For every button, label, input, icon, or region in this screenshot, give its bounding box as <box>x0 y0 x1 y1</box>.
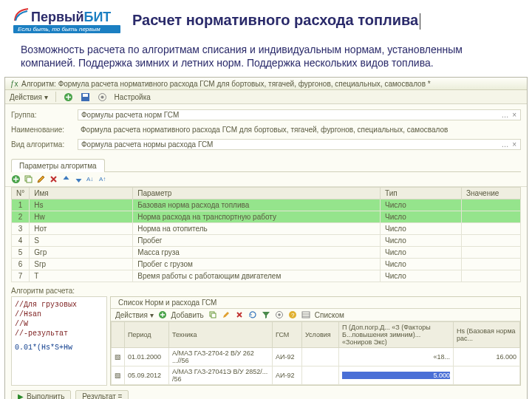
table-row[interactable]: 3HотНорма на отопительЧисло <box>12 223 521 235</box>
code-editor[interactable]: //Для грузовых //Нsan //W //-результат 0… <box>11 296 107 386</box>
row-expand-icon[interactable]: ▧ <box>115 353 121 361</box>
row-expand-icon[interactable]: ▧ <box>115 372 121 379</box>
svg-text:A↓: A↓ <box>86 176 93 183</box>
run-button[interactable]: ▶Выполнить <box>11 390 71 399</box>
edit-row-icon[interactable] <box>36 174 46 184</box>
list-add-button[interactable]: Добавить <box>171 311 204 319</box>
sort-az-icon[interactable]: A↓ <box>86 174 96 184</box>
table-row[interactable]: 2HwНорма расхода на транспортную работуЧ… <box>12 211 521 223</box>
move-up-icon[interactable] <box>61 174 71 184</box>
content-tabs: Параметры алгоритма <box>11 158 521 172</box>
list-refresh-icon[interactable] <box>248 310 257 319</box>
list-mode-icon[interactable] <box>301 310 310 319</box>
col-type[interactable]: Тип <box>381 188 462 200</box>
list-copy-icon[interactable] <box>208 310 217 319</box>
brand-logo: ПервыйБИТ Если быть, то быть первым <box>13 7 120 33</box>
svg-point-5 <box>100 95 103 98</box>
col-extra[interactable]: П (Доп.погр.Д... «З (Факторы Б...повышен… <box>339 322 454 348</box>
list-mode-button[interactable]: Списком <box>315 311 344 319</box>
svg-rect-8 <box>27 177 32 183</box>
logo-swoosh-icon <box>13 7 30 24</box>
table-row[interactable]: 6SгрПробег с грузомЧисло <box>12 259 521 270</box>
list-actions-menu[interactable]: Действия ▾ <box>115 311 154 319</box>
col-param[interactable]: Параметр <box>133 188 381 200</box>
params-toolbar: A↓ A↑ <box>5 172 527 187</box>
actions-menu[interactable]: Действия ▾ <box>10 93 48 101</box>
svg-text:A↑: A↑ <box>99 176 106 183</box>
params-table: N° Имя Параметр Тип Значение 1HsБазовая … <box>11 187 521 282</box>
save-icon[interactable] <box>81 92 90 102</box>
sort-za-icon[interactable]: A↑ <box>99 174 109 184</box>
list-edit-icon[interactable] <box>222 310 231 319</box>
page-title: Расчет нормативного расхода топлива <box>120 12 420 30</box>
settings-button[interactable]: Настройка <box>115 93 151 101</box>
kind-label: Вид алгоритма: <box>11 140 78 149</box>
svg-text:ƒx: ƒx <box>10 80 18 88</box>
name-label: Наименование: <box>11 126 78 134</box>
add-icon[interactable] <box>64 92 73 102</box>
algorithm-window: ƒx Алгоритм: Формула расчета нормативног… <box>4 77 528 399</box>
page-subtitle: Возможность расчета по алгоритмам списан… <box>0 36 532 77</box>
norms-row[interactable]: ▧ 01.01.2000А/МАЗ ГАЗ-2704-2 В/У 262 ...… <box>112 348 520 366</box>
col-period[interactable]: Период <box>125 322 169 348</box>
function-icon: ƒx <box>10 79 18 88</box>
list-filter-icon[interactable] <box>262 310 270 319</box>
list-settings-icon[interactable] <box>275 310 284 319</box>
add-row-icon[interactable] <box>11 174 21 184</box>
table-row[interactable]: 4SПробегЧисло <box>12 235 521 247</box>
svg-text:?: ? <box>291 312 295 318</box>
tab-parameters[interactable]: Параметры алгоритма <box>11 159 105 172</box>
norms-table: Период Техника ГСМ Условия П (Доп.погр.Д… <box>111 321 520 385</box>
col-value[interactable]: Значение <box>462 188 521 200</box>
window-toolbar: Действия ▾ Настройка <box>5 90 527 104</box>
norms-row[interactable]: ▧ 05.09.2012А/МАЗ ГАЗ-27041Э В/У 2852/..… <box>112 366 520 385</box>
svg-point-18 <box>278 313 281 316</box>
list-help-icon[interactable]: ? <box>288 310 297 319</box>
group-label: Группа: <box>11 111 78 119</box>
table-row[interactable]: 1HsБазовая норма расхода топливаЧисло <box>12 200 521 211</box>
norms-list-panel: Список Норм и расхода ГСМ Действия ▾ Доб… <box>110 296 521 386</box>
table-row[interactable]: 7TВремя работы с работающим двигателемЧи… <box>12 270 521 282</box>
group-field[interactable]: Формулы расчета норм ГСМ… × <box>78 109 521 120</box>
svg-rect-3 <box>83 94 88 97</box>
brand-text-a: Первый <box>31 10 83 24</box>
move-down-icon[interactable] <box>74 174 83 184</box>
col-cond[interactable]: Условия <box>302 322 339 348</box>
window-caption: Алгоритм: Формула расчета нормативного р… <box>21 80 431 88</box>
col-name[interactable]: Имя <box>30 188 133 200</box>
table-row[interactable]: 5GгрМасса грузаЧисло <box>12 247 521 259</box>
norms-list-caption: Список Норм и расхода ГСМ <box>118 299 216 307</box>
brand-tagline: Если быть, то быть первым <box>13 25 120 33</box>
delete-row-icon[interactable] <box>49 174 58 184</box>
result-tab[interactable]: Результат = <box>75 390 129 399</box>
col-hs[interactable]: Hs (Базовая норма рас... <box>454 322 520 348</box>
window-titlebar: ƒx Алгоритм: Формула расчета нормативног… <box>5 78 527 90</box>
copy-row-icon[interactable] <box>24 174 33 184</box>
algorithm-label: Алгоритм расчета: <box>5 282 527 296</box>
settings-gear-icon[interactable] <box>98 92 107 102</box>
kind-field[interactable]: Формула расчета нормы расхода ГСМ… × <box>78 139 521 150</box>
col-tech[interactable]: Техника <box>169 322 273 348</box>
svg-rect-16 <box>211 313 216 318</box>
svg-rect-21 <box>302 312 310 318</box>
list-delete-icon[interactable] <box>235 310 244 319</box>
name-field[interactable]: Формула расчета нормативного расхода ГСМ… <box>78 125 521 134</box>
col-gsm[interactable]: ГСМ <box>273 322 302 348</box>
slide-header: ПервыйБИТ Если быть, то быть первым Расч… <box>0 0 532 36</box>
brand-text-b: БИТ <box>83 10 111 24</box>
list-add-icon[interactable] <box>158 310 167 319</box>
col-n[interactable]: N° <box>12 188 30 200</box>
selected-cell[interactable]: 5.000 <box>342 372 450 379</box>
